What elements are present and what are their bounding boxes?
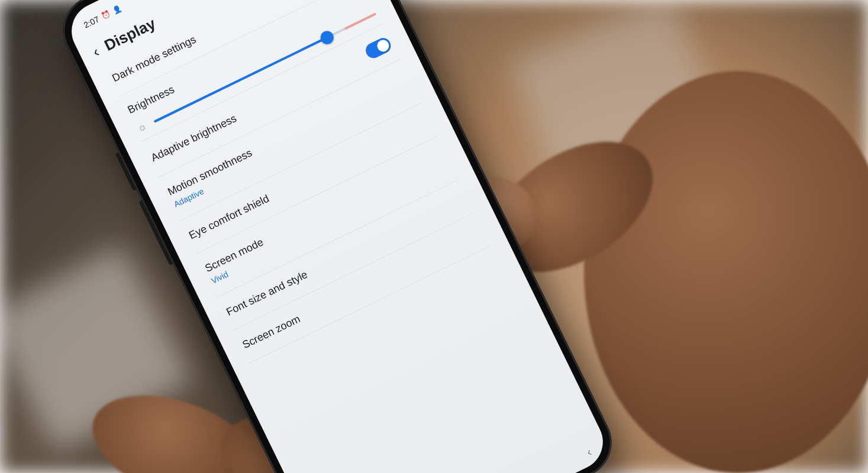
back-icon[interactable]: ‹ [90,43,101,59]
status-account-icon: 👤 [111,4,123,15]
status-alarm-icon: ⏰ [100,9,112,21]
status-time: 2:07 [82,14,101,30]
adaptive-brightness-toggle[interactable] [363,35,393,61]
brightness-sun-icon: ☼ [135,119,149,135]
